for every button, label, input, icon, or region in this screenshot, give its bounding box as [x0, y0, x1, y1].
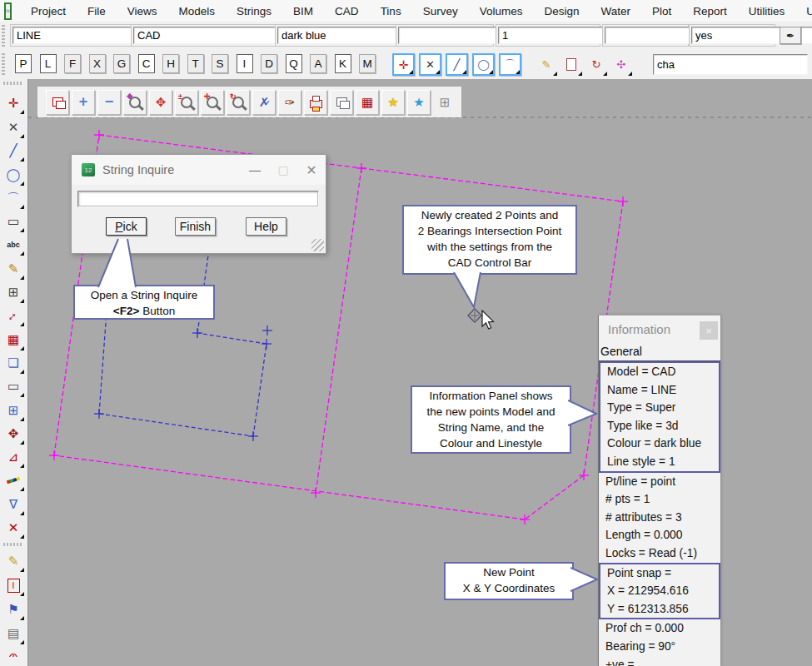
- zoom-all-icon[interactable]: ✛: [201, 90, 224, 115]
- rectangle2-icon[interactable]: ▭: [2, 375, 24, 397]
- toolbar-grip[interactable]: [2, 53, 5, 76]
- menu-survey[interactable]: Survey: [412, 0, 469, 22]
- text-box-icon[interactable]: I: [2, 574, 24, 596]
- help-button[interactable]: Help: [246, 217, 286, 236]
- copy-point-icon[interactable]: ⊞: [2, 281, 24, 303]
- toolbar-grip[interactable]: [2, 25, 5, 47]
- panel-row: Name = LINE: [600, 381, 719, 400]
- line-snap-icon[interactable]: ╱: [446, 53, 468, 76]
- symbols-pencil-icon[interactable]: ✎: [2, 258, 24, 280]
- close-icon[interactable]: ✕: [297, 162, 326, 178]
- menu-plot[interactable]: Plot: [641, 0, 682, 22]
- snap-letter-k[interactable]: K: [335, 54, 351, 73]
- menu-project[interactable]: Project: [20, 0, 77, 22]
- notes-icon[interactable]: ▤: [2, 623, 24, 644]
- pan-icon[interactable]: ✥: [149, 90, 172, 115]
- finish-button[interactable]: Finish: [175, 217, 216, 236]
- snap-letter-a[interactable]: A: [310, 54, 326, 73]
- menu-utilities[interactable]: Utilities: [738, 0, 796, 22]
- snap-letter-x[interactable]: X: [89, 54, 106, 73]
- grid-icon[interactable]: ▦: [2, 329, 24, 350]
- page-snap-icon[interactable]: [560, 53, 582, 76]
- zoom-in-icon[interactable]: +: [72, 90, 95, 115]
- snap-letter-s[interactable]: S: [212, 54, 228, 73]
- snap-cross-icon[interactable]: ✗✓: [252, 90, 276, 115]
- callout-text: Information Panel shows: [412, 388, 570, 404]
- snap-letter-p[interactable]: P: [15, 54, 32, 73]
- zoom-extent-icon[interactable]: ✥: [123, 90, 147, 115]
- image-icon[interactable]: ⊞: [2, 400, 24, 421]
- snap-letter-g[interactable]: G: [113, 54, 130, 73]
- symbol-flag-icon[interactable]: ⚑: [2, 599, 24, 620]
- panel-row: Model = CAD: [600, 363, 719, 381]
- arc-icon[interactable]: ⌒: [2, 187, 24, 209]
- menu-water[interactable]: Water: [590, 0, 641, 22]
- window-layout-icon[interactable]: ⊞: [433, 90, 456, 115]
- ruler-point-icon[interactable]: ⊿: [2, 446, 24, 468]
- snap-letter-d[interactable]: D: [261, 54, 277, 73]
- zoom-out-icon[interactable]: −: [97, 90, 121, 115]
- zoom-previous-icon[interactable]: ↻: [227, 90, 250, 115]
- circle-snap-icon[interactable]: ◯: [472, 53, 495, 76]
- snap-letter-h[interactable]: H: [162, 54, 179, 73]
- command-input[interactable]: [653, 54, 808, 75]
- menu-bim[interactable]: BIM: [282, 0, 324, 22]
- move-icon[interactable]: ✥: [2, 423, 24, 445]
- menu-volumes[interactable]: Volumes: [469, 0, 534, 22]
- menu-models[interactable]: Models: [168, 0, 227, 22]
- menu-cad[interactable]: CAD: [324, 0, 370, 22]
- create-point-icon[interactable]: ✛: [2, 92, 24, 114]
- cascade-windows-icon[interactable]: [46, 90, 69, 115]
- menu-design[interactable]: Design: [533, 0, 590, 22]
- circle-icon[interactable]: ◯: [2, 164, 24, 186]
- freehand-icon[interactable]: ✎: [2, 550, 24, 572]
- snap-letter-f[interactable]: F: [64, 54, 81, 73]
- pick-button[interactable]: Pick: [106, 217, 147, 236]
- polygon-icon[interactable]: ∇: [2, 494, 24, 515]
- rectangle-icon[interactable]: ▭: [2, 211, 24, 232]
- menu-tins[interactable]: Tins: [370, 0, 412, 22]
- delete-cross-icon[interactable]: ✕: [2, 517, 24, 539]
- measure-icon[interactable]: ↕: [2, 305, 24, 326]
- redraw-arrows-icon[interactable]: ↻: [585, 53, 607, 76]
- text-icon[interactable]: abc: [2, 234, 24, 256]
- partial-icon[interactable]: [2, 657, 24, 666]
- close-icon[interactable]: ×: [700, 321, 718, 340]
- menu-user[interactable]: User: [795, 0, 812, 22]
- snap-letter-t[interactable]: T: [187, 54, 204, 73]
- colour-line-icon[interactable]: [2, 470, 24, 491]
- window-star-icon[interactable]: ❏: [2, 352, 24, 374]
- maximize-icon[interactable]: ▢: [269, 163, 297, 176]
- blue-star-icon[interactable]: ★: [407, 90, 431, 115]
- redraw-icon[interactable]: ✑: [278, 90, 301, 115]
- snap-letter-l[interactable]: L: [40, 54, 57, 73]
- inquire-input[interactable]: [78, 191, 318, 206]
- edit-pencil-icon[interactable]: ✎: [536, 53, 557, 76]
- snap-letter-m[interactable]: M: [359, 54, 376, 73]
- model-input[interactable]: [133, 27, 288, 44]
- snap-letter-q[interactable]: Q: [286, 54, 302, 73]
- menu-strings[interactable]: Strings: [226, 0, 282, 22]
- toolbar-grip[interactable]: [3, 82, 23, 85]
- snap-letter-i[interactable]: I: [237, 54, 253, 73]
- resize-grip[interactable]: [311, 239, 324, 251]
- intersection-snap-icon[interactable]: ✕: [419, 53, 441, 76]
- colour-group: [275, 24, 396, 47]
- minimize-icon[interactable]: —: [241, 163, 269, 176]
- dialog-title-bar[interactable]: 12 String Inquire — ▢ ✕: [72, 155, 326, 185]
- print-icon[interactable]: [304, 90, 327, 115]
- multi-colour-icon[interactable]: ✣: [610, 53, 632, 76]
- favourite-star-icon[interactable]: ★: [381, 90, 405, 115]
- menu-file[interactable]: File: [77, 0, 117, 22]
- snap-letter-c[interactable]: C: [138, 54, 155, 73]
- zoom-scale-icon[interactable]: ±: [175, 90, 198, 115]
- menu-report[interactable]: Report: [682, 0, 738, 22]
- point-snap-icon[interactable]: ✛: [392, 53, 415, 76]
- copy-icon[interactable]: [330, 90, 353, 115]
- arc-snap-icon[interactable]: ⌒: [499, 53, 521, 76]
- plot-window-icon[interactable]: ▦: [356, 90, 379, 115]
- intersect-points-icon[interactable]: ✕: [2, 117, 24, 138]
- eyedropper-icon[interactable]: ✒: [780, 27, 801, 44]
- line-two-points-icon[interactable]: ╱: [2, 140, 24, 162]
- menu-views[interactable]: Views: [117, 0, 168, 22]
